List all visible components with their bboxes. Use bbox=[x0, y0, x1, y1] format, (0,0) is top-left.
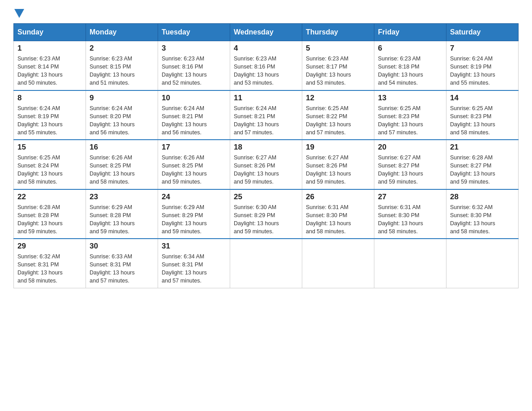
day-number: 1 bbox=[17, 44, 82, 53]
day-info: Sunrise: 6:31 AMSunset: 8:30 PMDaylight:… bbox=[306, 203, 370, 236]
day-number: 3 bbox=[162, 44, 226, 53]
day-number: 9 bbox=[90, 94, 154, 103]
day-info: Sunrise: 6:28 AMSunset: 8:27 PMDaylight:… bbox=[450, 154, 515, 186]
day-number: 10 bbox=[162, 94, 226, 103]
calendar-cell: 14Sunrise: 6:25 AMSunset: 8:23 PMDayligh… bbox=[446, 90, 519, 140]
calendar-week-row: 8Sunrise: 6:24 AMSunset: 8:19 PMDaylight… bbox=[14, 90, 519, 140]
day-number: 16 bbox=[90, 143, 154, 152]
day-info: Sunrise: 6:30 AMSunset: 8:29 PMDaylight:… bbox=[234, 203, 298, 236]
column-header-saturday: Saturday bbox=[446, 24, 519, 41]
day-number: 19 bbox=[306, 143, 370, 152]
calendar-cell: 27Sunrise: 6:31 AMSunset: 8:30 PMDayligh… bbox=[374, 189, 446, 239]
calendar-cell: 5Sunrise: 6:23 AMSunset: 8:17 PMDaylight… bbox=[302, 41, 374, 90]
day-number: 24 bbox=[162, 193, 226, 201]
day-info: Sunrise: 6:25 AMSunset: 8:23 PMDaylight:… bbox=[450, 104, 515, 137]
day-number: 13 bbox=[378, 94, 442, 103]
day-info: Sunrise: 6:31 AMSunset: 8:30 PMDaylight:… bbox=[378, 203, 442, 236]
day-info: Sunrise: 6:26 AMSunset: 8:25 PMDaylight:… bbox=[90, 154, 154, 186]
calendar-cell: 28Sunrise: 6:32 AMSunset: 8:30 PMDayligh… bbox=[446, 189, 519, 239]
calendar-cell: 26Sunrise: 6:31 AMSunset: 8:30 PMDayligh… bbox=[302, 189, 374, 239]
calendar-cell: 11Sunrise: 6:24 AMSunset: 8:21 PMDayligh… bbox=[230, 90, 302, 140]
day-info: Sunrise: 6:25 AMSunset: 8:24 PMDaylight:… bbox=[17, 154, 82, 186]
day-number: 23 bbox=[90, 193, 154, 201]
svg-marker-0 bbox=[14, 9, 24, 18]
column-header-tuesday: Tuesday bbox=[158, 24, 230, 41]
page-header bbox=[13, 9, 519, 19]
day-number: 2 bbox=[90, 44, 154, 53]
calendar-cell: 15Sunrise: 6:25 AMSunset: 8:24 PMDayligh… bbox=[14, 140, 86, 189]
calendar-table: SundayMondayTuesdayWednesdayThursdayFrid… bbox=[13, 23, 519, 288]
calendar-week-row: 1Sunrise: 6:23 AMSunset: 8:14 PMDaylight… bbox=[14, 41, 519, 90]
calendar-cell: 2Sunrise: 6:23 AMSunset: 8:15 PMDaylight… bbox=[86, 41, 158, 90]
calendar-cell: 18Sunrise: 6:27 AMSunset: 8:26 PMDayligh… bbox=[230, 140, 302, 189]
calendar-week-row: 22Sunrise: 6:28 AMSunset: 8:28 PMDayligh… bbox=[14, 189, 519, 239]
calendar-cell: 10Sunrise: 6:24 AMSunset: 8:21 PMDayligh… bbox=[158, 90, 230, 140]
day-number: 17 bbox=[162, 143, 226, 152]
calendar-cell: 23Sunrise: 6:29 AMSunset: 8:28 PMDayligh… bbox=[86, 189, 158, 239]
day-info: Sunrise: 6:27 AMSunset: 8:26 PMDaylight:… bbox=[234, 154, 298, 186]
calendar-cell: 31Sunrise: 6:34 AMSunset: 8:31 PMDayligh… bbox=[158, 239, 230, 288]
day-number: 26 bbox=[306, 193, 370, 201]
day-info: Sunrise: 6:25 AMSunset: 8:22 PMDaylight:… bbox=[306, 104, 370, 137]
day-info: Sunrise: 6:28 AMSunset: 8:28 PMDaylight:… bbox=[17, 203, 82, 236]
calendar-cell: 4Sunrise: 6:23 AMSunset: 8:16 PMDaylight… bbox=[230, 41, 302, 90]
calendar-cell: 19Sunrise: 6:27 AMSunset: 8:26 PMDayligh… bbox=[302, 140, 374, 189]
calendar-cell bbox=[230, 239, 302, 288]
day-info: Sunrise: 6:29 AMSunset: 8:29 PMDaylight:… bbox=[162, 203, 226, 236]
day-number: 27 bbox=[378, 193, 442, 201]
column-header-monday: Monday bbox=[86, 24, 158, 41]
day-info: Sunrise: 6:32 AMSunset: 8:30 PMDaylight:… bbox=[450, 203, 515, 236]
day-info: Sunrise: 6:24 AMSunset: 8:19 PMDaylight:… bbox=[17, 104, 82, 137]
calendar-cell: 17Sunrise: 6:26 AMSunset: 8:25 PMDayligh… bbox=[158, 140, 230, 189]
calendar-cell: 13Sunrise: 6:25 AMSunset: 8:23 PMDayligh… bbox=[374, 90, 446, 140]
day-info: Sunrise: 6:24 AMSunset: 8:21 PMDaylight:… bbox=[234, 104, 298, 137]
logo bbox=[13, 9, 24, 19]
day-number: 15 bbox=[17, 143, 82, 152]
calendar-cell: 3Sunrise: 6:23 AMSunset: 8:16 PMDaylight… bbox=[158, 41, 230, 90]
day-info: Sunrise: 6:34 AMSunset: 8:31 PMDaylight:… bbox=[162, 253, 226, 285]
day-number: 6 bbox=[378, 44, 442, 53]
day-number: 29 bbox=[17, 242, 82, 251]
day-number: 11 bbox=[234, 94, 298, 103]
calendar-cell: 9Sunrise: 6:24 AMSunset: 8:20 PMDaylight… bbox=[86, 90, 158, 140]
calendar-cell: 29Sunrise: 6:32 AMSunset: 8:31 PMDayligh… bbox=[14, 239, 86, 288]
column-header-friday: Friday bbox=[374, 24, 446, 41]
calendar-cell: 6Sunrise: 6:23 AMSunset: 8:18 PMDaylight… bbox=[374, 41, 446, 90]
calendar-cell: 12Sunrise: 6:25 AMSunset: 8:22 PMDayligh… bbox=[302, 90, 374, 140]
day-number: 22 bbox=[17, 193, 82, 201]
day-number: 12 bbox=[306, 94, 370, 103]
day-number: 28 bbox=[450, 193, 515, 201]
calendar-cell: 21Sunrise: 6:28 AMSunset: 8:27 PMDayligh… bbox=[446, 140, 519, 189]
column-header-thursday: Thursday bbox=[302, 24, 374, 41]
day-number: 7 bbox=[450, 44, 515, 53]
day-info: Sunrise: 6:26 AMSunset: 8:25 PMDaylight:… bbox=[162, 154, 226, 186]
day-info: Sunrise: 6:29 AMSunset: 8:28 PMDaylight:… bbox=[90, 203, 154, 236]
day-number: 4 bbox=[234, 44, 298, 53]
day-info: Sunrise: 6:33 AMSunset: 8:31 PMDaylight:… bbox=[90, 253, 154, 285]
calendar-cell: 16Sunrise: 6:26 AMSunset: 8:25 PMDayligh… bbox=[86, 140, 158, 189]
day-number: 21 bbox=[450, 143, 515, 152]
calendar-week-row: 15Sunrise: 6:25 AMSunset: 8:24 PMDayligh… bbox=[14, 140, 519, 189]
calendar-cell: 1Sunrise: 6:23 AMSunset: 8:14 PMDaylight… bbox=[14, 41, 86, 90]
day-info: Sunrise: 6:23 AMSunset: 8:15 PMDaylight:… bbox=[90, 55, 154, 87]
calendar-cell: 25Sunrise: 6:30 AMSunset: 8:29 PMDayligh… bbox=[230, 189, 302, 239]
calendar-cell: 30Sunrise: 6:33 AMSunset: 8:31 PMDayligh… bbox=[86, 239, 158, 288]
day-info: Sunrise: 6:24 AMSunset: 8:21 PMDaylight:… bbox=[162, 104, 226, 137]
calendar-cell: 24Sunrise: 6:29 AMSunset: 8:29 PMDayligh… bbox=[158, 189, 230, 239]
day-number: 14 bbox=[450, 94, 515, 103]
day-number: 30 bbox=[90, 242, 154, 251]
calendar-cell: 20Sunrise: 6:27 AMSunset: 8:27 PMDayligh… bbox=[374, 140, 446, 189]
day-info: Sunrise: 6:23 AMSunset: 8:16 PMDaylight:… bbox=[162, 55, 226, 87]
calendar-cell: 8Sunrise: 6:24 AMSunset: 8:19 PMDaylight… bbox=[14, 90, 86, 140]
calendar-week-row: 29Sunrise: 6:32 AMSunset: 8:31 PMDayligh… bbox=[14, 239, 519, 288]
column-header-wednesday: Wednesday bbox=[230, 24, 302, 41]
day-info: Sunrise: 6:24 AMSunset: 8:19 PMDaylight:… bbox=[450, 55, 515, 87]
calendar-cell bbox=[302, 239, 374, 288]
day-number: 18 bbox=[234, 143, 298, 152]
day-number: 8 bbox=[17, 94, 82, 103]
calendar-cell: 22Sunrise: 6:28 AMSunset: 8:28 PMDayligh… bbox=[14, 189, 86, 239]
calendar-cell bbox=[374, 239, 446, 288]
day-info: Sunrise: 6:24 AMSunset: 8:20 PMDaylight:… bbox=[90, 104, 154, 137]
day-info: Sunrise: 6:23 AMSunset: 8:16 PMDaylight:… bbox=[234, 55, 298, 87]
day-number: 5 bbox=[306, 44, 370, 53]
